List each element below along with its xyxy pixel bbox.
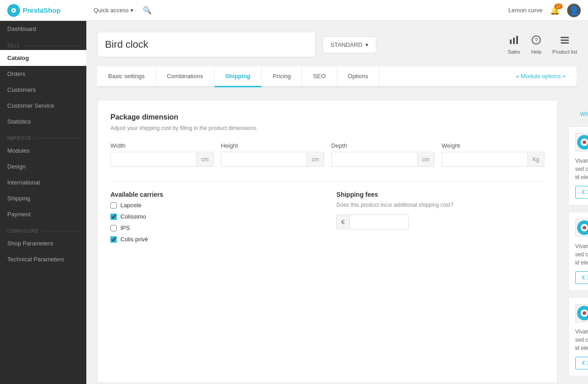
carrier-colissimo-label[interactable]: Colissimo (120, 213, 146, 220)
available-carriers-title: Available carriers (110, 191, 318, 198)
tab-options[interactable]: Options (337, 66, 380, 87)
list-icon (560, 35, 570, 47)
tab-shipping[interactable]: Shipping (214, 66, 262, 87)
module-card-2: Advanced stock management v1.0.4 · by Pr… (568, 212, 588, 291)
sidebar-item-technical-parameters[interactable]: Technical Parameters (0, 251, 86, 267)
svg-rect-9 (561, 40, 569, 41)
tab-module-options[interactable]: « Module options » (505, 66, 577, 87)
chevron-down-icon: ▾ (365, 41, 369, 48)
carriers-fees-section: Available carriers Laposte Colissimo (110, 191, 544, 247)
sidebar-item-dashboard[interactable]: Dashboard (0, 21, 86, 37)
euro-prefix: € (337, 215, 349, 229)
help-action[interactable]: ? Help (531, 35, 542, 55)
width-input[interactable] (111, 152, 196, 166)
package-dimension-section: Package dimension Adjust your shipping c… (110, 113, 544, 167)
carrier-laposte-label[interactable]: Laposte (120, 202, 141, 209)
top-navigation: PrestaShop Quick access ▾ 🔍 Lemon curve … (0, 0, 588, 21)
carrier-laposte-checkbox[interactable] (110, 202, 117, 209)
package-dimension-title: Package dimension (110, 113, 544, 121)
logo-icon (7, 4, 20, 17)
brand-logo[interactable]: PrestaShop (7, 4, 94, 17)
module-card-3: Advanced stock management v1.0.4 · by Pr… (568, 297, 588, 376)
carrier-colis-prive-checkbox[interactable] (110, 236, 117, 243)
sidebar-item-payment[interactable]: Payment (0, 206, 86, 222)
sidebar-section-configure: CONFIGURE (0, 222, 86, 235)
svg-point-19 (583, 311, 586, 315)
height-input-wrapper: cm (221, 152, 324, 167)
sidebar-item-customers[interactable]: Customers (0, 82, 86, 98)
sidebar-item-modules[interactable]: Modules (0, 143, 86, 159)
carrier-colissimo-checkbox[interactable] (110, 214, 117, 220)
shipping-fee-input-wrapper: € (336, 214, 409, 229)
width-input-wrapper: cm (110, 152, 214, 167)
product-title-input[interactable] (97, 32, 315, 57)
carrier-colis-prive-label[interactable]: Colis privé (120, 236, 148, 243)
depth-input-wrapper: cm (331, 152, 434, 167)
sidebar-item-shop-parameters[interactable]: Shop Parameters (0, 235, 86, 251)
module-card-2-header: Advanced stock management v1.0.4 · by Pr… (575, 219, 588, 239)
top-nav-left: Quick access ▾ 🔍 (94, 6, 508, 15)
tab-basic-settings[interactable]: Basic settings (97, 66, 156, 87)
height-input[interactable] (221, 152, 307, 166)
weight-input-wrapper: Kg (442, 152, 544, 167)
sidebar-item-shipping[interactable]: Shipping (0, 190, 86, 206)
weight-unit: Kg (528, 153, 544, 166)
user-avatar[interactable]: 👤 (567, 4, 581, 17)
height-unit: cm (307, 153, 324, 166)
svg-point-16 (583, 226, 586, 229)
package-dimension-desc: Adjust your shipping cost by filling in … (110, 125, 544, 131)
depth-input[interactable] (332, 152, 417, 166)
product-header-actions: Sales ? Help (508, 35, 577, 55)
shipping-fee-input[interactable] (350, 215, 409, 229)
sidebar-item-design[interactable]: Design (0, 159, 86, 175)
shipping-fees-desc: Does this product incur additional shipp… (336, 202, 544, 208)
height-label: Height (221, 142, 324, 149)
weight-input[interactable] (442, 152, 528, 166)
product-list-action[interactable]: Product list (553, 35, 577, 55)
module-2-logo (575, 219, 588, 237)
sidebar-item-orders[interactable]: Orders (0, 66, 86, 82)
content-area: Package dimension Adjust your shipping c… (97, 100, 577, 383)
weight-field: Weight Kg (442, 142, 544, 167)
dimension-fields: Width cm Height cm Dep (110, 142, 544, 167)
user-icon: 👤 (569, 5, 579, 15)
tab-combinations[interactable]: Combinations (156, 66, 214, 87)
sidebar-item-customer-service[interactable]: Customer Service (0, 98, 86, 114)
sidebar-section-improve: IMPROVE (0, 130, 86, 143)
notification-button[interactable]: 🔔 17 (550, 5, 560, 15)
tab-pricing[interactable]: Pricing (262, 66, 302, 87)
quick-access-menu[interactable]: Quick access ▾ (94, 7, 134, 14)
carrier-ips-label[interactable]: IPS (120, 224, 130, 231)
product-header: STANDARD ▾ Sales ? (97, 32, 577, 57)
shipping-fees-title: Shipping fees (336, 191, 544, 198)
svg-rect-4 (513, 38, 515, 44)
sidebar-item-catalog[interactable]: Catalog (0, 50, 86, 66)
carrier-ips-checkbox[interactable] (110, 225, 117, 231)
chevron-down-icon: ▾ (130, 7, 134, 14)
carrier-ips: IPS (110, 224, 318, 231)
depth-label: Depth (331, 142, 434, 149)
shipping-fees-section: Shipping fees Does this product incur ad… (336, 191, 544, 247)
module-2-price-button[interactable]: € 199,99 (575, 271, 588, 284)
product-tabs: Basic settings Combinations Shipping Pri… (97, 66, 577, 87)
module-3-price-button[interactable]: € 199,99 (575, 357, 588, 369)
pricing-modules-link[interactable]: What's a module? How can it help me? (568, 111, 588, 117)
search-button[interactable]: 🔍 (143, 6, 152, 15)
width-label: Width (110, 142, 214, 149)
sidebar-item-international[interactable]: International (0, 175, 86, 190)
store-name: Lemon curve (508, 7, 543, 14)
pricing-modules-title: Pricing modules (568, 100, 588, 108)
module-card-1: Advanced stock management v1.0.4 · by Pr… (568, 126, 588, 205)
sales-action[interactable]: Sales (508, 35, 520, 55)
module-1-desc: Vivamus malesuada porta semper. Morbi se… (575, 157, 588, 181)
product-type-button[interactable]: STANDARD ▾ (323, 36, 376, 53)
module-2-desc: Vivamus malesuada porta semper. Morbi se… (575, 242, 588, 267)
svg-rect-10 (561, 42, 569, 44)
divider (110, 181, 544, 182)
svg-rect-5 (516, 36, 518, 44)
weight-label: Weight (442, 142, 544, 149)
module-card-3-header: Advanced stock management v1.0.4 · by Pr… (575, 304, 588, 324)
tab-seo[interactable]: SEO (302, 66, 337, 87)
module-1-price-button[interactable]: € 199,99 (575, 186, 588, 199)
sidebar-item-statistics[interactable]: Statistics (0, 114, 86, 130)
